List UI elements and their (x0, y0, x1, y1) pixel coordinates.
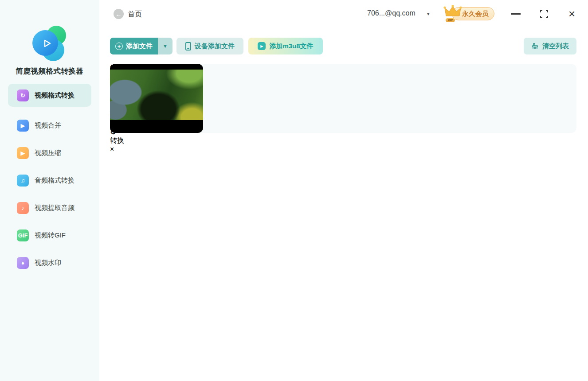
account-caret-icon[interactable]: ▾ (427, 11, 430, 17)
device-add-file-button[interactable]: 设备添加文件 (176, 38, 243, 54)
video-thumbnail[interactable]: 00:40 433.6K (110, 64, 203, 133)
minimize-button[interactable] (511, 13, 521, 15)
clear-list-label: 清空列表 (542, 42, 569, 51)
app-logo-icon (32, 26, 67, 61)
extract-audio-icon: ♪ (17, 202, 29, 214)
sidebar-item-video-format-convert[interactable]: ↻ 视频格式转换 (8, 84, 91, 107)
add-m3u8-button[interactable]: ▶ 添加m3u8文件 (248, 38, 323, 54)
sidebar-item-label: 视频水印 (35, 259, 61, 267)
plus-icon: + (115, 43, 123, 50)
video-frame (110, 70, 203, 120)
home-label: 首页 (128, 10, 142, 19)
sidebar-item-label: 音频格式转换 (35, 176, 74, 185)
app-title: 简鹿视频格式转换器 (0, 66, 99, 76)
video-compress-icon: ▶ (17, 147, 29, 159)
sidebar-item-video-compress[interactable]: ▶ 视频压缩 (8, 144, 91, 162)
sidebar-item-label: 视频压缩 (35, 149, 61, 157)
sidebar-item-audio-format-convert[interactable]: ♫ 音频格式转换 (8, 171, 91, 189)
device-add-file-label: 设备添加文件 (195, 42, 235, 51)
close-window-button[interactable]: × (568, 7, 575, 20)
add-m3u8-label: 添加m3u8文件 (269, 42, 313, 51)
add-file-label: 添加文件 (126, 42, 153, 51)
audio-convert-icon: ♫ (17, 175, 29, 187)
video-merge-icon: ▶ (17, 120, 29, 132)
add-file-dropdown-button[interactable]: ▼ (158, 38, 172, 54)
m3u8-video-icon: ▶ (258, 42, 266, 50)
video-to-gif-icon: GIF (17, 229, 29, 241)
watermark-icon: ♦ (17, 257, 29, 269)
convert-button[interactable]: 转换 (110, 136, 576, 145)
sidebar-item-label: 视频转GIF (35, 231, 66, 240)
sidebar-item-video-to-gif[interactable]: GIF 视频转GIF (8, 226, 91, 244)
remove-file-icon[interactable]: × (110, 145, 576, 153)
add-file-button[interactable]: + 添加文件 (110, 38, 158, 54)
sidebar-item-video-merge[interactable]: ▶ 视频合并 (8, 117, 91, 134)
account-email[interactable]: 706...@qq.com (367, 9, 416, 17)
vip-label: 永久会员 (462, 10, 489, 18)
clear-list-button[interactable]: 清空列表 (524, 38, 576, 54)
sidebar-item-label: 视频格式转换 (35, 91, 74, 100)
sidebar-item-label: 视频合并 (35, 121, 61, 130)
sidebar: 简鹿视频格式转换器 ↻ 视频格式转换 ▶ 视频合并 ▶ 视频压缩 ♫ 音频格式转… (0, 0, 99, 381)
vip-tag-label: VIP (445, 18, 455, 23)
broom-icon (531, 43, 539, 50)
vip-crown-icon: VIP (443, 4, 462, 23)
back-button[interactable]: ← (114, 9, 124, 19)
logo-play-icon (42, 39, 52, 48)
phone-icon (185, 42, 191, 51)
video-convert-icon: ↻ (17, 89, 29, 101)
add-file-split-button: + 添加文件 ▼ (110, 38, 172, 54)
maximize-button[interactable] (540, 10, 548, 18)
sidebar-item-watermark[interactable]: ♦ 视频水印 (8, 254, 91, 272)
file-list-item: 00:40 433.6K 简鹿办公.f4v 格式 F4V 分辨率 176x144… (110, 64, 576, 133)
sidebar-menu: ↻ 视频格式转换 ▶ 视频合并 ▶ 视频压缩 ♫ 音频格式转换 ♪ 视频提取音频… (8, 84, 91, 272)
sidebar-item-label: 视频提取音频 (35, 204, 74, 212)
sidebar-item-extract-audio[interactable]: ♪ 视频提取音频 (8, 199, 91, 217)
